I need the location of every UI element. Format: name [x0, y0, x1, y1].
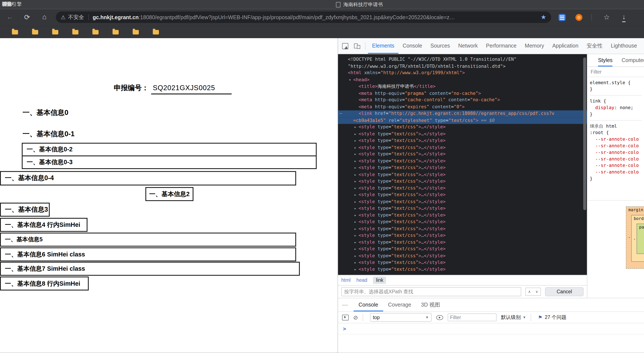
devtools-tab[interactable]: Lighthouse: [607, 38, 641, 54]
style-rule-line[interactable]: --sr-annote-colo: [590, 149, 642, 156]
bookmark-folder[interactable]: self: [112, 30, 122, 34]
style-rule-line[interactable]: link {: [590, 98, 642, 105]
drawer-tab[interactable]: 3D 视图: [416, 298, 445, 312]
dom-line[interactable]: ▸<style type="text/css">…</style>: [338, 266, 587, 273]
style-rule-line[interactable]: --sr-annote-colo: [590, 169, 642, 176]
browser-tab[interactable]: 海南科技厅申请书: [336, 0, 382, 9]
style-rule-line[interactable]: --sr-annote-colo: [590, 136, 642, 143]
dom-line[interactable]: ▸<style type="text/css">…</style>: [338, 137, 587, 144]
download-icon[interactable]: ↓: [618, 13, 630, 21]
box-model-padding[interactable]: padding: [636, 224, 644, 254]
dom-line[interactable]: ▸<style type="text/css">…</style>: [338, 165, 587, 171]
dom-line[interactable]: ▸<style type="text/css">…</style>: [338, 212, 587, 219]
home-icon[interactable]: ⌂: [38, 13, 50, 21]
devtools-tab[interactable]: Network: [454, 38, 482, 54]
dom-line[interactable]: ▸<style type="text/css">…</style>: [338, 226, 587, 232]
dom-line[interactable]: <!DOCTYPE html PUBLIC "-//W3C//DTD XHTML…: [338, 56, 587, 63]
clear-console-icon[interactable]: ⊘: [353, 314, 358, 321]
devtools-tab[interactable]: Elements: [368, 38, 398, 54]
reload-icon[interactable]: ⟳: [21, 13, 33, 21]
bookmark-folder[interactable]: 项目: [32, 30, 41, 34]
dom-line[interactable]: ▸<style type="text/css">…</style>: [338, 192, 587, 198]
box-model-border[interactable]: border - padding: [631, 215, 644, 262]
tree-collapsed-icon[interactable]: ▸: [354, 253, 358, 259]
tree-collapsed-icon[interactable]: ▸: [354, 185, 358, 192]
dom-line[interactable]: "http://www.w3.org/TR/xhtml1/DTD/xhtml1-…: [338, 63, 587, 70]
live-expression-icon[interactable]: [436, 315, 443, 320]
tree-collapsed-icon[interactable]: ▸: [354, 192, 358, 198]
devtools-tab[interactable]: 安全性: [582, 38, 607, 54]
style-rule-line[interactable]: element.style {: [590, 79, 642, 86]
tree-collapsed-icon[interactable]: ▸: [354, 212, 358, 219]
styles-tab[interactable]: Computed: [622, 54, 644, 66]
tree-collapsed-icon[interactable]: ▸: [354, 246, 358, 253]
styles-tab[interactable]: Styles: [598, 54, 612, 66]
tree-collapsed-icon[interactable]: ▸: [354, 266, 358, 273]
elements-scrollbar[interactable]: [583, 57, 586, 272]
box-model-margin[interactable]: margin - border - padding: [626, 206, 644, 269]
find-prev-icon[interactable]: ∧: [526, 290, 533, 294]
execution-context-select[interactable]: top▼: [370, 313, 432, 322]
breadcrumb-item[interactable]: html: [341, 277, 350, 283]
dom-line[interactable]: =cb9a43a1e5" rel="stylesheet" type="text…: [338, 117, 587, 124]
address-bar[interactable]: ⚠ 不安全 gc.hnkjt.egrant.cn:18080/egrantpdf…: [56, 11, 551, 23]
cancel-button[interactable]: Cancel: [545, 287, 584, 296]
tree-collapsed-icon[interactable]: ▸: [354, 165, 358, 171]
issues-counter[interactable]: ⚑27 个问题: [538, 314, 566, 321]
dom-line[interactable]: ▸<style type="text/css">…</style>: [338, 151, 587, 158]
dom-line[interactable]: ▸<style type="text/css">…</style>: [338, 219, 587, 226]
bookmark-folder[interactable]: 资源: [153, 30, 162, 34]
dom-line[interactable]: <meta http-equiv="expires" content="0">: [338, 104, 587, 110]
box-model[interactable]: margin - border - padding: [587, 200, 644, 269]
dom-line[interactable]: <html xmlns="http://www.w3.org/1999/xhtm…: [338, 70, 587, 76]
style-rule-line[interactable]: }: [590, 176, 642, 182]
bookmark-folder[interactable]: 工具: [72, 30, 81, 34]
find-next-icon[interactable]: ∨: [533, 290, 540, 294]
style-rule-line[interactable]: --sr-annote-colo: [590, 143, 642, 149]
extension-icon-orange[interactable]: [576, 14, 582, 21]
bookmark-star-icon[interactable]: ★: [541, 14, 546, 21]
style-rule-line[interactable]: :root {: [590, 130, 642, 136]
devtools-tab[interactable]: Memory: [521, 38, 548, 54]
console-sidebar-icon[interactable]: [342, 315, 349, 320]
favorites-icon[interactable]: ☆: [601, 13, 612, 21]
dom-line[interactable]: ⋯<link href="http://gc.hnkjt.egrant.cn:1…: [338, 110, 587, 117]
styles-filter[interactable]: Filter: [587, 67, 644, 77]
dom-line[interactable]: ▸<style type="text/css">…</style>: [338, 131, 587, 137]
log-levels-dropdown[interactable]: 默认级别▼: [501, 314, 526, 321]
bookmark-folder[interactable]: iris: [12, 30, 21, 34]
dom-line[interactable]: ▸<style type="text/css">…</style>: [338, 246, 587, 253]
tree-collapsed-icon[interactable]: ▸: [354, 178, 358, 185]
devtools-tab[interactable]: Application: [548, 38, 582, 54]
dom-line[interactable]: <title>海南科技厅申请书</title>: [338, 83, 587, 90]
devtools-tab[interactable]: Sources: [426, 38, 454, 54]
dom-line[interactable]: ▸<style type="text/css">…</style>: [338, 239, 587, 246]
tree-collapsed-icon[interactable]: ▸: [354, 131, 358, 137]
device-toolbar-icon[interactable]: [354, 43, 360, 49]
dom-line[interactable]: ▸<style type="text/css">…</style>: [338, 198, 587, 205]
scrollbar-thumb[interactable]: [583, 57, 586, 210]
style-rule-line[interactable]: 继承自 html: [590, 123, 642, 130]
tree-collapsed-icon[interactable]: ▸: [354, 144, 358, 151]
bookmark-folder[interactable]: 手册: [52, 30, 61, 34]
tree-expanded-icon[interactable]: ▾: [349, 76, 353, 83]
dom-line[interactable]: ▸<style type="text/css">…</style>: [338, 158, 587, 165]
style-rule-line[interactable]: display: none;: [590, 105, 642, 111]
dom-line[interactable]: ▸<style type="text/css">…</style>: [338, 185, 587, 192]
tree-collapsed-icon[interactable]: ▸: [354, 232, 358, 239]
style-rule-line[interactable]: --sr-annote-colo: [590, 162, 642, 169]
bookmark-folder[interactable]: other: [92, 30, 101, 34]
find-input[interactable]: 按字符串、选择器或XPath 查找: [341, 287, 521, 296]
dom-line[interactable]: ▸<style type="text/css">…</style>: [338, 205, 587, 212]
inspect-icon[interactable]: [342, 43, 348, 49]
dom-line[interactable]: <meta http-equiv="cache-control" content…: [338, 97, 587, 104]
dom-line[interactable]: <meta http-equiv="pragma" content="no-ca…: [338, 90, 587, 97]
devtools-tab[interactable]: Console: [398, 38, 426, 54]
tree-collapsed-icon[interactable]: ▸: [354, 171, 358, 178]
box-model-margin-value[interactable]: -: [628, 235, 630, 240]
breadcrumb-item[interactable]: head: [356, 277, 367, 283]
dom-line[interactable]: ▸<style type="text/css">…</style>: [338, 171, 587, 178]
dom-line[interactable]: ▸<style type="text/css">…</style>: [338, 144, 587, 151]
dom-line[interactable]: ▸<style type="text/css">…</style>: [338, 178, 587, 185]
console-filter-input[interactable]: Filter: [448, 314, 496, 322]
